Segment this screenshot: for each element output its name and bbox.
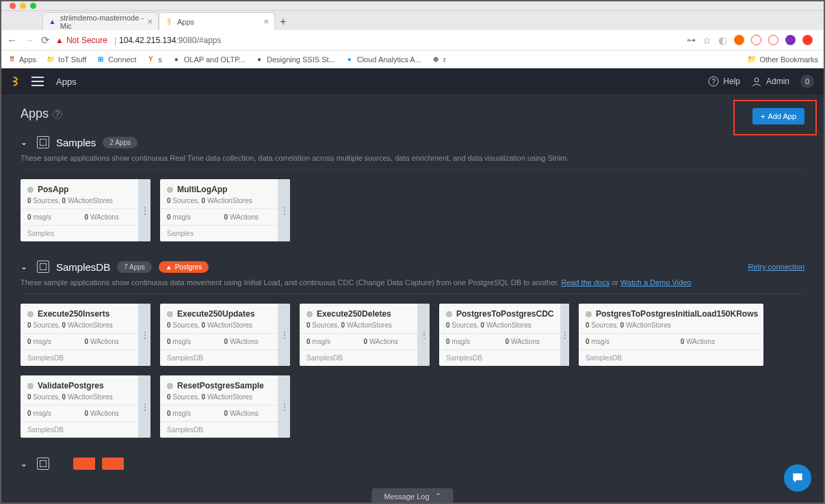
- back-button[interactable]: ←: [7, 34, 17, 46]
- tab-title: striimdemo-masternode - Mic: [60, 14, 148, 30]
- message-log-toggle[interactable]: Message Log ⌃: [371, 488, 453, 504]
- bookmarks-bar: ⠿Apps📁IoT Stuff⊞ConnectYs●OLAP and OLTP.…: [1, 51, 824, 68]
- video-link[interactable]: Watch a Demo Video: [620, 278, 691, 287]
- close-icon[interactable]: ×: [147, 16, 153, 27]
- app-card[interactable]: PosApp 0 Sources, 0 WActionStores 0 msg/…: [21, 179, 150, 241]
- card-sub: 0 Sources, 0 WActionStores: [160, 393, 278, 405]
- card-menu-button[interactable]: ⋮: [560, 304, 569, 366]
- close-icon[interactable]: ×: [263, 16, 269, 27]
- url-field[interactable]: ▲Not Secure | 104.42.215.134:9080/#apps: [55, 36, 681, 45]
- card-sub: 0 Sources, 0 WActionStores: [160, 197, 278, 209]
- profile-avatar[interactable]: [785, 35, 796, 45]
- app-card[interactable]: ValidatePostgres 0 Sources, 0 WActionSto…: [21, 375, 150, 438]
- bookmark-item[interactable]: ●Cloud Analytics A...: [345, 55, 421, 64]
- app-card[interactable]: ResetPostgresSample 0 Sources, 0 WAction…: [160, 375, 290, 438]
- card-metrics: 0 msg/s0 WActions: [579, 333, 763, 349]
- warning-pill: ▲Postgres: [159, 261, 209, 273]
- add-app-button[interactable]: + Add App: [752, 108, 804, 124]
- callout-frame: + Add App: [733, 100, 817, 135]
- card-menu-button[interactable]: ⋮: [278, 304, 290, 366]
- ext-icon[interactable]: ◐: [718, 34, 727, 47]
- divider: [21, 169, 804, 170]
- bookmark-item[interactable]: ⠿Apps: [7, 55, 36, 64]
- status-dot-icon: [167, 383, 173, 389]
- card-metrics: 0 msg/s0 WActions: [300, 333, 417, 349]
- chevron-down-icon[interactable]: ⌄: [21, 137, 30, 147]
- card-menu-button[interactable]: ⋮: [138, 375, 150, 438]
- card-namespace: Samples: [21, 225, 138, 241]
- ext-icon[interactable]: [751, 35, 761, 45]
- bookmark-item[interactable]: ●Designing SSIS St...: [254, 55, 335, 64]
- card-title: ValidatePostgres: [21, 375, 138, 393]
- card-sub: 0 Sources, 0 WActionStores: [579, 321, 763, 333]
- chat-button[interactable]: [784, 464, 811, 492]
- card-menu-button[interactable]: ⋮: [417, 304, 430, 366]
- user-icon: [751, 76, 762, 87]
- bookmark-item[interactable]: ⊞Connect: [96, 55, 136, 64]
- window-min-dot[interactable]: [20, 3, 26, 9]
- card-metrics: 0 msg/s0 WActions: [160, 333, 278, 349]
- doc-link[interactable]: Read the docs: [561, 278, 610, 287]
- browser-tab-strip: ▲ striimdemo-masternode - Mic × § Apps ×…: [1, 11, 824, 30]
- app-card[interactable]: Execute250Deletes 0 Sources, 0 WActionSt…: [300, 304, 430, 366]
- browser-tab-1[interactable]: § Apps ×: [159, 12, 275, 30]
- card-title: Execute250Deletes: [300, 304, 417, 321]
- card-title: Execute250Updates: [160, 304, 278, 321]
- section-description: These sample applications show continuou…: [21, 154, 804, 162]
- card-title: Execute250Inserts: [21, 304, 138, 321]
- ext-icon[interactable]: [768, 35, 778, 45]
- app-card[interactable]: PostgresToPostgresInitialLoad150KRows 0 …: [579, 304, 763, 366]
- help-icon[interactable]: ?: [53, 109, 62, 119]
- card-namespace: SamplesDB: [160, 421, 278, 438]
- status-dot-icon: [27, 311, 34, 317]
- bookmark-item[interactable]: 📁IoT Stuff: [46, 55, 86, 64]
- ext-icon[interactable]: [802, 35, 813, 45]
- app-card[interactable]: Execute250Updates 0 Sources, 0 WActionSt…: [160, 304, 290, 366]
- card-title: PosApp: [21, 179, 138, 197]
- ext-icon[interactable]: [734, 35, 744, 45]
- breadcrumb: Apps: [56, 77, 77, 87]
- help-link[interactable]: ? Help: [708, 76, 740, 87]
- menu-button[interactable]: [31, 77, 44, 86]
- card-sub: 0 Sources, 0 WActionStores: [21, 321, 138, 333]
- tab-favicon: §: [165, 18, 173, 26]
- window-max-dot[interactable]: [30, 3, 36, 9]
- bookmark-item[interactable]: ●OLAP and OLTP...: [172, 55, 245, 64]
- notification-badge[interactable]: 0: [800, 75, 814, 88]
- other-bookmarks[interactable]: 📁 Other Bookmarks: [747, 55, 818, 64]
- card-metrics: 0 msg/s0 WActions: [160, 405, 278, 421]
- admin-link[interactable]: Admin: [751, 76, 789, 87]
- card-namespace: SamplesDB: [21, 349, 138, 366]
- card-menu-button[interactable]: ⋮: [278, 179, 290, 241]
- card-menu-button[interactable]: ⋮: [278, 375, 290, 438]
- browser-tab-0[interactable]: ▲ striimdemo-masternode - Mic ×: [42, 12, 159, 30]
- card-menu-button[interactable]: ⋮: [138, 304, 150, 366]
- app-card[interactable]: MultiLogApp 0 Sources, 0 WActionStores 0…: [160, 179, 290, 241]
- warn-pill-partial: [73, 457, 95, 470]
- star-icon[interactable]: ☆: [703, 35, 711, 46]
- app-card[interactable]: Execute250Inserts 0 Sources, 0 WActionSt…: [21, 304, 150, 366]
- bookmark-icon: ⊕: [431, 55, 441, 64]
- key-icon[interactable]: ⊶: [687, 35, 696, 45]
- chevron-down-icon[interactable]: ⌄: [21, 459, 30, 468]
- warn-pill-partial: [102, 457, 124, 470]
- url-host: 104.42.215.134: [119, 36, 176, 45]
- bookmark-item[interactable]: ⊕r: [431, 55, 446, 64]
- card-metrics: 0 msg/s0 WActions: [21, 405, 138, 421]
- svg-point-2: [755, 78, 759, 82]
- window-close-dot[interactable]: [10, 3, 16, 9]
- retry-link[interactable]: Retry connection: [748, 263, 804, 271]
- browser-address-bar: ← → ⟳ ▲Not Secure | 104.42.215.134:9080/…: [1, 30, 824, 51]
- card-title: MultiLogApp: [160, 179, 278, 197]
- app-card[interactable]: PostgresToPostgresCDC 0 Sources, 0 WActi…: [439, 304, 569, 366]
- chevron-down-icon[interactable]: ⌄: [21, 262, 30, 271]
- card-menu-button[interactable]: ⋮: [138, 179, 150, 241]
- section-header: ⌄ SamplesDB 7 Apps▲PostgresRetry connect…: [21, 261, 804, 273]
- reload-button[interactable]: ⟳: [41, 34, 50, 47]
- card-namespace: SamplesDB: [439, 349, 560, 366]
- new-tab-button[interactable]: +: [275, 14, 291, 30]
- app-count-pill: 7 Apps: [117, 261, 152, 273]
- forward-button[interactable]: →: [24, 34, 34, 46]
- url-path: :9080/#apps: [176, 36, 221, 45]
- bookmark-item[interactable]: Ys: [146, 55, 162, 64]
